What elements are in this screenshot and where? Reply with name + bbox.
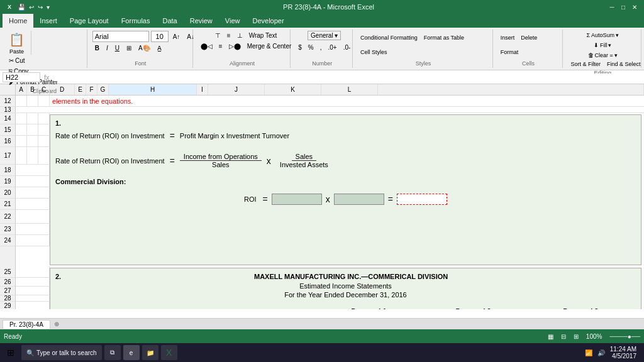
col-header-e: E	[75, 84, 86, 95]
fill-color-button[interactable]: A🎨	[136, 43, 153, 53]
cell-d12-merged[interactable]: elements in the equations.	[50, 96, 644, 106]
font-size-input[interactable]	[151, 31, 169, 42]
align-left-button[interactable]: ⬤◁	[198, 41, 215, 51]
view-page-break-icon[interactable]: ⊞	[574, 333, 579, 340]
tray-network-icon[interactable]: 📶	[585, 349, 592, 356]
comma-button[interactable]: ,	[318, 43, 325, 52]
edge-taskbar-icon[interactable]: e	[123, 345, 140, 360]
formula-input[interactable]	[53, 74, 641, 81]
cell-b15[interactable]	[27, 124, 38, 136]
autosum-label: AutoSum	[591, 32, 614, 38]
font-row2: B I U ⊞ A🎨 A̲	[92, 43, 164, 53]
sort-filter-button[interactable]: Sort & Filter	[568, 60, 603, 69]
quick-access-save[interactable]: 💾	[18, 4, 25, 11]
cell-c12[interactable]	[38, 96, 50, 106]
number-format-dropdown[interactable]: General ▾	[308, 31, 341, 40]
cell-a15[interactable]	[16, 124, 27, 136]
font-increase-button[interactable]: A↑	[170, 32, 183, 41]
align-bottom-button[interactable]: ⊥	[235, 31, 245, 40]
worksheet-area[interactable]: 12 elements in the equations. 13 14 15 1…	[0, 96, 644, 309]
tab-data[interactable]: Data	[156, 14, 183, 28]
quick-access-undo[interactable]: ↩	[29, 4, 34, 11]
insert-cells-button[interactable]: Insert	[498, 33, 518, 42]
clipboard-secondary: ✂Cut ⎘Copy 🖌Format Painter	[6, 56, 60, 87]
clear-button[interactable]: 🗑 Clear = ▾	[586, 51, 620, 60]
cell-b17[interactable]	[27, 147, 38, 165]
tab-page-layout[interactable]: Page Layout	[64, 14, 115, 28]
start-button[interactable]: ⊞	[3, 344, 19, 361]
sheet-tab-pr23[interactable]: Pr. 23(8)-4A	[3, 320, 50, 329]
cell-styles-button[interactable]: Cell Styles	[358, 48, 390, 57]
wrap-text-button[interactable]: Wrap Text	[247, 31, 280, 40]
merge-center-button[interactable]: Merge & Center	[245, 41, 294, 51]
maximize-button[interactable]: □	[619, 3, 628, 11]
autosum-button[interactable]: Σ AutoSum ▾	[584, 31, 621, 40]
cell-c15[interactable]	[38, 124, 50, 136]
cell-a12[interactable]	[16, 96, 27, 106]
cell-c16[interactable]	[38, 136, 50, 147]
view-page-layout-icon[interactable]: ⊟	[561, 333, 566, 340]
tab-home[interactable]: Home	[3, 14, 33, 28]
font-color-button[interactable]: A̲	[155, 43, 164, 53]
row-21-abc	[16, 199, 50, 210]
roi-input-2[interactable]	[334, 194, 384, 205]
align-top-button[interactable]: ⊤	[213, 31, 223, 40]
bold-button[interactable]: B	[92, 43, 102, 53]
tab-developer[interactable]: Developer	[246, 14, 290, 28]
tab-review[interactable]: Review	[184, 14, 219, 28]
border-button[interactable]: ⊞	[124, 43, 134, 53]
equals-2: =	[170, 156, 175, 166]
underline-button[interactable]: U	[113, 43, 122, 53]
font-group: A↑ A↓ B I U ⊞ A🎨 A̲ Font	[89, 30, 193, 68]
format-table-button[interactable]: Format as Table	[421, 33, 467, 42]
align-center-button[interactable]: ≡	[216, 41, 225, 51]
cell-b14[interactable]	[27, 113, 38, 124]
task-view-button[interactable]: ⧉	[104, 345, 121, 360]
find-select-button[interactable]: Find & Select	[604, 60, 643, 69]
fill-button[interactable]: ⬇ Fill ▾	[591, 41, 614, 50]
roi-input-1[interactable]	[272, 194, 322, 205]
increase-decimal-button[interactable]: .0+	[325, 43, 339, 52]
cell-c14[interactable]	[38, 113, 50, 124]
cell-b12[interactable]	[27, 96, 38, 106]
row-22-abc	[16, 210, 50, 224]
tab-formulas[interactable]: Formulas	[115, 14, 157, 28]
cell-a14[interactable]	[16, 113, 27, 124]
excel-taskbar-icon[interactable]: X	[161, 345, 177, 360]
italic-button[interactable]: I	[104, 43, 111, 53]
cell-a17[interactable]	[16, 147, 27, 165]
format-cells-button[interactable]: Format	[498, 48, 521, 57]
delete-cells-button[interactable]: Delete	[518, 33, 540, 42]
cut-button[interactable]: ✂Cut	[6, 56, 60, 65]
tab-insert[interactable]: Insert	[33, 14, 64, 28]
quick-access-redo[interactable]: ↪	[38, 4, 43, 11]
roi-output[interactable]	[397, 194, 447, 205]
section2-abc-cols	[16, 266, 50, 309]
cell-a16[interactable]	[16, 136, 27, 147]
font-name-input[interactable]	[92, 31, 149, 42]
minimize-button[interactable]: ─	[608, 3, 616, 11]
conditional-formatting-button[interactable]: Conditional Formatting	[358, 33, 420, 42]
cell-row13[interactable]	[16, 107, 644, 112]
row-num-12: 12	[0, 96, 16, 106]
zoom-slider[interactable]: ────●──	[609, 333, 640, 340]
cell-reference-box[interactable]	[3, 72, 40, 82]
dollar-button[interactable]: $	[296, 43, 304, 52]
align-right-button[interactable]: ▷⬤	[226, 41, 243, 51]
cell-c17[interactable]	[38, 147, 50, 165]
close-button[interactable]: ✕	[630, 3, 639, 11]
paste-button[interactable]: 📋	[6, 31, 27, 48]
search-bar[interactable]: 🔍 Type or talk to search	[21, 345, 102, 360]
tray-clock[interactable]: 11:24 AM 4/5/2017	[610, 346, 636, 359]
view-normal-icon[interactable]: ▦	[548, 333, 553, 340]
align-middle-button[interactable]: ≡	[225, 31, 233, 40]
tab-view[interactable]: View	[219, 14, 247, 28]
col-header-a: A	[16, 84, 27, 95]
sheet-tab-add[interactable]: ⊕	[54, 321, 59, 327]
section2-wrapper: 25 26 27 28 29 30 31 32 33 34 35 36 37 3…	[0, 266, 644, 309]
cell-b16[interactable]	[27, 136, 38, 147]
tray-volume-icon[interactable]: 🔊	[597, 349, 605, 356]
percent-button[interactable]: %	[306, 43, 316, 52]
file-explorer-taskbar-icon[interactable]: 📁	[142, 345, 158, 360]
decrease-decimal-button[interactable]: .0-	[341, 43, 353, 52]
